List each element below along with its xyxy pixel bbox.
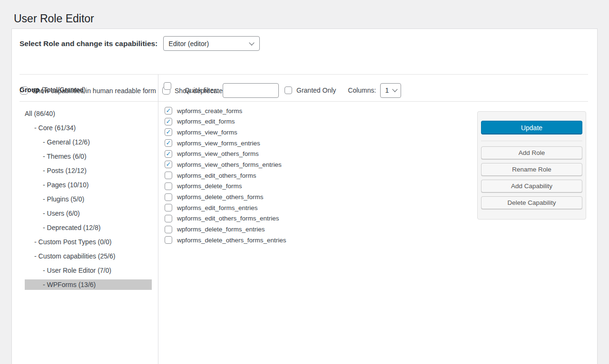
capability-label: wpforms_view_forms	[177, 129, 237, 136]
capability-row: wpforms_delete_others_forms_entries	[165, 236, 286, 244]
rename-role-button[interactable]: Rename Role	[481, 163, 582, 176]
capability-label: wpforms_delete_others_forms_entries	[177, 237, 286, 244]
group-tree-item[interactable]: - Users (6/0)	[25, 208, 152, 219]
capability-label: wpforms_edit_forms	[177, 118, 235, 125]
capability-checkbox[interactable]: ✓	[165, 128, 172, 136]
capability-row: ✓wpforms_view_others_forms	[165, 150, 286, 158]
group-tree-item[interactable]: - Deprecated (12/8)	[25, 222, 152, 233]
capability-row: wpforms_delete_forms	[165, 182, 286, 190]
group-tree-item[interactable]: All (86/40)	[25, 108, 152, 119]
page: User Role Editor Select Role and change …	[0, 0, 609, 364]
group-column-header: Group (Total/Granted)	[20, 86, 86, 94]
group-label-bold: Group	[20, 86, 39, 94]
group-tree-item[interactable]: - User Role Editor (7/0)	[25, 265, 152, 276]
role-selector-label: Select Role and change its capabilities:	[20, 39, 157, 48]
capability-row: ✓wpforms_view_forms	[165, 128, 286, 136]
capability-label: wpforms_view_others_forms	[177, 150, 259, 157]
role-selector-row: Select Role and change its capabilities:…	[20, 36, 260, 51]
capability-label: wpforms_edit_others_forms	[177, 172, 256, 179]
column-divider	[158, 75, 158, 364]
capability-row: wpforms_edit_others_forms	[165, 172, 286, 179]
capability-checkbox[interactable]: ✓	[165, 107, 172, 115]
granted-only-checkbox[interactable]	[285, 86, 292, 94]
role-select-value: Editor (editor)	[168, 40, 209, 48]
capability-checkbox[interactable]	[165, 172, 172, 179]
capability-row: ✓wpforms_edit_forms	[165, 118, 286, 125]
group-tree-item[interactable]: - General (12/6)	[25, 137, 152, 147]
add-role-button[interactable]: Add Role	[481, 146, 582, 159]
quick-filter-label: Quick filter:	[185, 86, 218, 94]
capability-row: wpforms_delete_others_forms	[165, 193, 286, 201]
group-tree-item[interactable]: - WPForms (13/6)	[25, 279, 152, 290]
capability-row: wpforms_edit_forms_entries	[165, 204, 286, 211]
capability-checkbox[interactable]	[165, 193, 172, 201]
capability-row: wpforms_delete_forms_entries	[165, 226, 286, 233]
group-tree-item[interactable]: - Posts (12/12)	[25, 165, 152, 176]
select-all-checkbox[interactable]	[164, 82, 171, 90]
page-title: User Role Editor	[14, 12, 94, 26]
chevron-down-icon	[249, 40, 255, 45]
capability-label: wpforms_delete_forms_entries	[177, 226, 265, 233]
filter-toolbar: Quick filter: Granted Only Columns: 1	[164, 81, 401, 100]
capability-label: wpforms_edit_forms_entries	[177, 204, 258, 211]
role-select[interactable]: Editor (editor)	[163, 36, 260, 51]
group-tree-item[interactable]: - Pages (10/10)	[25, 180, 152, 190]
capability-label: wpforms_view_others_forms_entries	[177, 161, 282, 168]
group-tree-item[interactable]: - Custom capabilities (25/6)	[25, 251, 152, 261]
capability-checkbox[interactable]: ✓	[165, 150, 172, 158]
group-label-suffix: (Total/Granted)	[39, 86, 86, 94]
add-capability-button[interactable]: Add Capability	[481, 180, 582, 192]
capability-label: wpforms_create_forms	[177, 107, 242, 115]
group-tree-item[interactable]: - Core (61/34)	[25, 123, 152, 133]
capability-checkbox[interactable]: ✓	[165, 118, 172, 125]
columns-select-value: 1	[385, 86, 389, 94]
update-button[interactable]: Update	[481, 121, 582, 134]
divider	[481, 141, 582, 141]
group-tree-item[interactable]: - Custom Post Types (0/0)	[25, 237, 152, 247]
capability-label: wpforms_delete_others_forms	[177, 193, 264, 201]
capability-label: wpforms_edit_others_forms_entries	[177, 215, 279, 222]
chevron-down-icon	[393, 86, 398, 92]
capability-checkbox[interactable]	[165, 204, 172, 211]
group-tree-item[interactable]: - Themes (6/0)	[25, 151, 152, 162]
divider	[20, 101, 588, 102]
capability-row: ✓wpforms_create_forms	[165, 107, 286, 115]
capability-checkbox[interactable]	[165, 182, 172, 190]
delete-capability-button[interactable]: Delete Capability	[481, 196, 582, 209]
quick-filter-input[interactable]	[223, 83, 279, 98]
capability-row: ✓wpforms_view_forms_entries	[165, 139, 286, 147]
columns-label: Columns:	[348, 86, 376, 94]
capability-label: wpforms_delete_forms	[177, 182, 242, 190]
granted-only-label: Granted Only	[296, 86, 336, 94]
group-tree-item[interactable]: - Plugins (5/0)	[25, 194, 152, 204]
columns-select[interactable]: 1	[380, 83, 401, 98]
capability-checkbox[interactable]	[165, 236, 172, 244]
capabilities-list: ✓wpforms_create_forms✓wpforms_edit_forms…	[165, 107, 286, 247]
capability-checkbox[interactable]	[165, 226, 172, 233]
capability-row: ✓wpforms_view_others_forms_entries	[165, 161, 286, 168]
capability-row: wpforms_edit_others_forms_entries	[165, 215, 286, 222]
divider	[20, 74, 588, 75]
groups-tree: All (86/40)- Core (61/34)- General (12/6…	[20, 108, 157, 294]
capability-checkbox[interactable]: ✓	[165, 139, 172, 147]
actions-panel: Update Add Role Rename Role Add Capabili…	[477, 111, 586, 220]
capability-checkbox[interactable]: ✓	[165, 161, 172, 168]
capability-checkbox[interactable]	[165, 215, 172, 222]
capability-label: wpforms_view_forms_entries	[177, 140, 260, 147]
user-role-editor-panel: Select Role and change its capabilities:…	[11, 29, 598, 364]
